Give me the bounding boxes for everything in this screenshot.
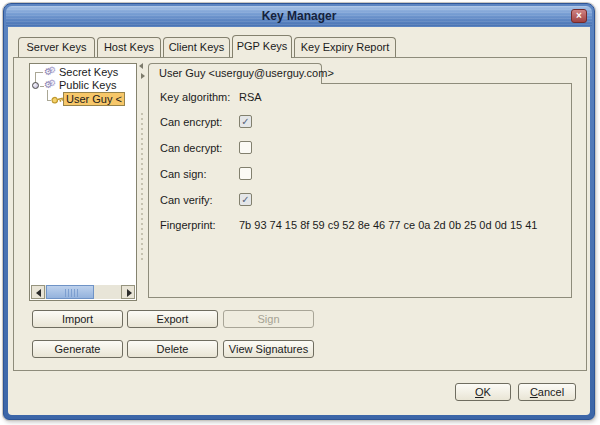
button-label: Import — [62, 313, 93, 325]
field-can-verify: Can verify: ✓ — [160, 193, 567, 209]
can-sign-checkbox[interactable] — [239, 167, 252, 180]
button-label: Generate — [55, 343, 101, 355]
button-label: O — [475, 386, 484, 398]
scroll-right-button[interactable] — [121, 285, 135, 299]
field-can-encrypt: Can encrypt: ✓ — [160, 115, 567, 131]
tree-item-secret-keys[interactable]: Secret Keys — [59, 66, 118, 79]
field-label: Can verify: — [160, 194, 213, 206]
scroll-left-button[interactable] — [31, 285, 45, 299]
tree-item-label: User Guy < — [66, 93, 122, 105]
scrollbar-thumb[interactable] — [46, 285, 94, 299]
tab-label: PGP Keys — [237, 40, 288, 52]
scrollbar-grip — [65, 289, 78, 297]
tree-item-user-guy[interactable]: User Guy < — [63, 92, 125, 106]
gears-icon: ⚙⚙ — [44, 79, 57, 91]
button-label: Sign — [257, 313, 279, 325]
cancel-button[interactable]: Cancel — [518, 383, 576, 401]
can-verify-checkbox[interactable]: ✓ — [239, 193, 252, 206]
check-icon: ✓ — [241, 194, 249, 205]
tab-label: Client Keys — [169, 41, 225, 53]
field-can-sign: Can sign: — [160, 167, 567, 183]
collapse-left-icon[interactable] — [139, 63, 143, 69]
button-label: Export — [157, 313, 189, 325]
key-manager-window: Key Manager × Server Keys Host Keys Clie… — [3, 3, 595, 420]
titlebar[interactable]: Key Manager × — [6, 6, 592, 26]
tree-item-label: Public Keys — [59, 79, 116, 91]
tab-server-keys[interactable]: Server Keys — [18, 37, 95, 57]
key-detail-panel: Key algorithm: RSA Can encrypt: ✓ Can de… — [148, 83, 572, 298]
tab-host-keys[interactable]: Host Keys — [97, 37, 161, 57]
field-key-algorithm: Key algorithm: RSA — [160, 90, 567, 106]
export-button[interactable]: Export — [127, 310, 218, 328]
view-signatures-button[interactable]: View Signatures — [223, 340, 314, 358]
button-label: C — [530, 386, 538, 398]
arrow-left-icon — [36, 289, 41, 297]
button-label: Delete — [157, 343, 189, 355]
field-value: RSA — [239, 90, 262, 104]
tab-label: Server Keys — [27, 41, 87, 53]
expand-right-icon[interactable] — [141, 73, 145, 79]
ok-button[interactable]: OK — [455, 383, 511, 401]
tree-horizontal-scrollbar[interactable] — [31, 285, 135, 299]
tab-pgp-keys[interactable]: PGP Keys — [232, 35, 292, 58]
arrow-right-icon — [127, 289, 132, 297]
check-icon: ✓ — [241, 116, 249, 127]
divider-texture — [141, 113, 143, 263]
tree-item-public-keys[interactable]: Public Keys — [59, 79, 116, 92]
key-detail-tab[interactable]: User Guy <userguy@userguy.com> — [148, 63, 322, 84]
field-fingerprint: Fingerprint: 7b 93 74 15 8f 59 c9 52 8e … — [160, 218, 567, 234]
field-can-decrypt: Can decrypt: — [160, 141, 567, 157]
tab-client-keys[interactable]: Client Keys — [163, 37, 230, 57]
desktop: { "window": { "title": "Key Manager", "c… — [0, 0, 600, 425]
delete-button[interactable]: Delete — [127, 340, 218, 358]
tab-label: Host Keys — [104, 41, 154, 53]
tree-line — [35, 72, 43, 73]
pgp-keys-panel: ⚙⚙ Secret Keys ⚙⚙ Public Keys User Guy < — [13, 57, 587, 371]
field-label: Can encrypt: — [160, 116, 222, 128]
tab-label: Key Expiry Report — [301, 41, 390, 53]
can-encrypt-checkbox[interactable]: ✓ — [239, 115, 252, 128]
sign-button[interactable]: Sign — [223, 310, 314, 328]
split-divider[interactable] — [138, 58, 147, 302]
field-label: Fingerprint: — [160, 219, 216, 231]
field-label: Can sign: — [160, 168, 206, 180]
button-label: K — [484, 386, 491, 398]
window-title: Key Manager — [262, 9, 337, 23]
button-label: ancel — [538, 386, 564, 398]
dialog-content: Server Keys Host Keys Client Keys PGP Ke… — [8, 27, 590, 415]
button-label: View Signatures — [229, 343, 308, 355]
close-button[interactable]: × — [571, 9, 587, 23]
tree-expand-handle[interactable] — [32, 82, 39, 89]
key-detail-tab-label: User Guy <userguy@userguy.com> — [159, 67, 334, 79]
tree-item-label: Secret Keys — [59, 66, 118, 78]
import-button[interactable]: Import — [32, 310, 123, 328]
generate-button[interactable]: Generate — [32, 340, 123, 358]
field-label: Key algorithm: — [160, 91, 230, 103]
field-label: Can decrypt: — [160, 142, 222, 154]
key-tree: ⚙⚙ Secret Keys ⚙⚙ Public Keys User Guy < — [29, 63, 137, 301]
can-decrypt-checkbox[interactable] — [239, 141, 252, 154]
close-icon: × — [576, 10, 582, 21]
tab-key-expiry-report[interactable]: Key Expiry Report — [294, 37, 396, 57]
field-value: 7b 93 74 15 8f 59 c9 52 8e 46 77 ce 0a 2… — [239, 218, 537, 232]
